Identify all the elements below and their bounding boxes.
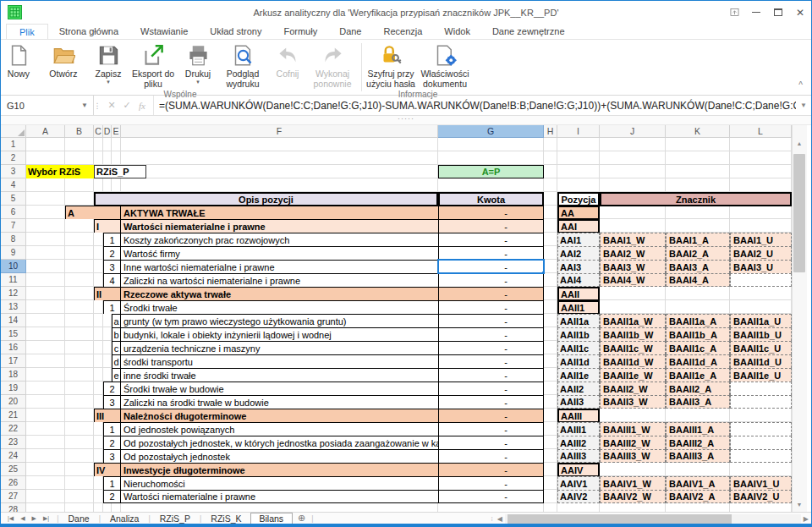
redo-button[interactable]: Wykonaj ponownie: [305, 41, 359, 89]
print-preview-button[interactable]: Podgląd wydruku: [216, 41, 270, 89]
cell-marker-15[interactable]: b: [112, 327, 121, 341]
tab-formuly[interactable]: Formuły: [272, 24, 328, 39]
tab-recenzja[interactable]: Recenzja: [372, 24, 433, 39]
cell-F18-opis[interactable]: inne środki trwałe: [121, 368, 438, 382]
cell-G18-kwota[interactable]: -: [438, 368, 544, 382]
tab-dane-zewnetrzne[interactable]: Dane zewnętrzne: [481, 24, 576, 39]
cell-G25-kwota[interactable]: -: [438, 463, 544, 476]
cell-znacznik-10-1[interactable]: BAAI3_W: [600, 260, 666, 273]
cell-marker-11[interactable]: 4: [103, 273, 121, 287]
cell-znacznik-26-1[interactable]: BAAIV1_W: [600, 476, 666, 490]
cell-F25-opis[interactable]: Inwestycje długoterminowe: [121, 463, 438, 476]
cell-F16-opis[interactable]: urządzenia techniczne i maszyny: [121, 341, 438, 354]
cell-znacznik-10-3[interactable]: BAAI3_U: [730, 260, 792, 273]
cell-marker-16[interactable]: c: [112, 341, 121, 354]
scroll-left-icon[interactable]: ◀: [495, 515, 505, 523]
cell-G22-kwota[interactable]: -: [438, 422, 544, 436]
cell-F26-opis[interactable]: Nieruchomości: [121, 476, 438, 490]
row-header-16[interactable]: 16: [1, 341, 26, 354]
cell-marker-18[interactable]: e: [112, 368, 121, 382]
cell-znacznik-18-1[interactable]: BAAII1e_W: [600, 368, 666, 382]
cell-marker-26[interactable]: 1: [103, 476, 121, 490]
cell-I9-pozycja[interactable]: AAI2: [557, 246, 600, 260]
cell-I25-pozycja[interactable]: AAIV: [557, 463, 600, 477]
cell-G14-kwota[interactable]: -: [438, 314, 544, 327]
cell-G9-kwota[interactable]: -: [438, 246, 544, 260]
cell-I14-pozycja[interactable]: AAII1a: [557, 314, 600, 327]
row-header-17[interactable]: 17: [1, 354, 26, 368]
row-header-18[interactable]: 18: [1, 368, 26, 382]
row-header-24[interactable]: 24: [1, 449, 26, 463]
cell-F12-opis[interactable]: Rzeczowe aktywa trwałe: [121, 287, 438, 300]
cell-znacznik-14-2[interactable]: BAAII1a_A: [666, 314, 730, 327]
cell-I22-pozycja[interactable]: AAIII1: [557, 422, 600, 436]
row-header-14[interactable]: 14: [1, 314, 26, 327]
cell-G6-kwota[interactable]: -: [438, 206, 544, 219]
pin-ribbon-icon[interactable]: [723, 1, 745, 24]
expand-formula-bar-icon[interactable]: ▼: [796, 96, 811, 115]
cell-F7-opis[interactable]: Wartości niematerialne i prawne: [121, 219, 438, 233]
cell-A3-wybor-rzis[interactable]: Wybór RZiS: [26, 165, 94, 178]
cell-F22-opis[interactable]: Od jednostek powiązanych: [121, 422, 438, 436]
cell-I18-pozycja[interactable]: AAII1e: [557, 368, 600, 382]
cell-znacznik-22-3[interactable]: [730, 422, 792, 436]
cell-I27-pozycja[interactable]: AAIV2: [557, 490, 600, 503]
col-header-A[interactable]: A: [26, 125, 65, 138]
row-header-21[interactable]: 21: [1, 409, 26, 422]
cell-znacznik-23-3[interactable]: [730, 436, 792, 449]
cell-znacznik-17-1[interactable]: BAAII1d_W: [600, 354, 666, 368]
maximize-icon[interactable]: [767, 1, 789, 24]
export-button[interactable]: Eksport do pliku: [126, 41, 180, 89]
cell-znacznik-9-3[interactable]: BAAI2_U: [730, 246, 792, 260]
tab-plik[interactable]: Plik: [6, 24, 48, 39]
cell-marker-12[interactable]: II: [94, 287, 121, 300]
cell-G17-kwota[interactable]: -: [438, 354, 544, 368]
cell-znacznik-18-3[interactable]: BAAII1e_U: [730, 368, 792, 382]
cell-I8-pozycja[interactable]: AAI1: [557, 233, 600, 246]
row-header-3[interactable]: 3: [1, 165, 26, 178]
cell-I6-pozycja[interactable]: AA: [557, 206, 600, 220]
col-header-F[interactable]: F: [121, 125, 438, 138]
save-button[interactable]: Zapisz ▾: [91, 41, 126, 84]
cell-marker-9[interactable]: 2: [103, 246, 121, 260]
cell-I15-pozycja[interactable]: AAII1b: [557, 327, 600, 341]
cell-znacznik-24-1[interactable]: BAAIII3_W: [600, 449, 666, 463]
cell-F21-opis[interactable]: Należności długoterminowe: [121, 409, 438, 422]
row-header-20[interactable]: 20: [1, 395, 26, 409]
cell-znacznik-22-1[interactable]: BAAIII1_W: [600, 422, 666, 436]
cell-G24-kwota[interactable]: -: [438, 449, 544, 463]
cell-F20-opis[interactable]: Zaliczki na środki trwałe w budowie: [121, 395, 438, 409]
cell-znacznik-8-2[interactable]: BAAI1_A: [666, 233, 730, 246]
cell-I19-pozycja[interactable]: AAII2: [557, 382, 600, 395]
cell-F6-opis[interactable]: AKTYWA TRWAŁE: [121, 206, 438, 219]
document-properties-button[interactable]: Właściwości dokumentu: [418, 41, 472, 89]
row-header-6[interactable]: 6: [1, 206, 26, 219]
scroll-down-icon[interactable]: ▼: [792, 502, 807, 508]
col-header-C[interactable]: C: [94, 125, 103, 138]
cell-marker-27[interactable]: 2: [103, 490, 121, 503]
cell-marker-10[interactable]: 3: [103, 260, 121, 273]
col-header-I[interactable]: I: [557, 125, 600, 138]
cell-I10-pozycja[interactable]: AAI3: [557, 260, 600, 273]
row-header-9[interactable]: 9: [1, 246, 26, 260]
cell-znacznik-16-1[interactable]: BAAII1c_W: [600, 341, 666, 354]
row-header-2[interactable]: 2: [1, 151, 26, 165]
formula-bar-sash[interactable]: ·····: [1, 116, 811, 125]
name-box-dropdown-icon[interactable]: ▼: [81, 102, 93, 109]
cell-znacznik-11-2[interactable]: BAAI4_A: [666, 273, 730, 287]
cell-znacznik-8-3[interactable]: BAAI1_U: [730, 233, 792, 246]
tab-widok[interactable]: Widok: [433, 24, 481, 39]
cell-znacznik-14-3[interactable]: BAAII1a_U: [730, 314, 792, 327]
cell-marker-19[interactable]: 2: [103, 382, 121, 395]
horizontal-scroll-thumb[interactable]: [508, 514, 732, 524]
cell-znacznik-24-2[interactable]: BAAIII3_A: [666, 449, 730, 463]
last-sheet-icon[interactable]: ▶|: [40, 515, 52, 522]
sheet-tab-dane[interactable]: Dane: [60, 513, 98, 524]
cell-znacznik-9-1[interactable]: BAAI2_W: [600, 246, 666, 260]
cell-F24-opis[interactable]: Od pozostałych jednostek: [121, 449, 438, 463]
horizontal-scrollbar[interactable]: ⁞ ◀ ▶: [489, 513, 811, 524]
row-header-26[interactable]: 26: [1, 476, 26, 490]
first-sheet-icon[interactable]: |◀: [4, 515, 17, 522]
sheet-tab-analiza[interactable]: Analiza: [102, 513, 147, 524]
cell-F27-opis[interactable]: Wartości niematerialne i prawne: [121, 490, 438, 503]
